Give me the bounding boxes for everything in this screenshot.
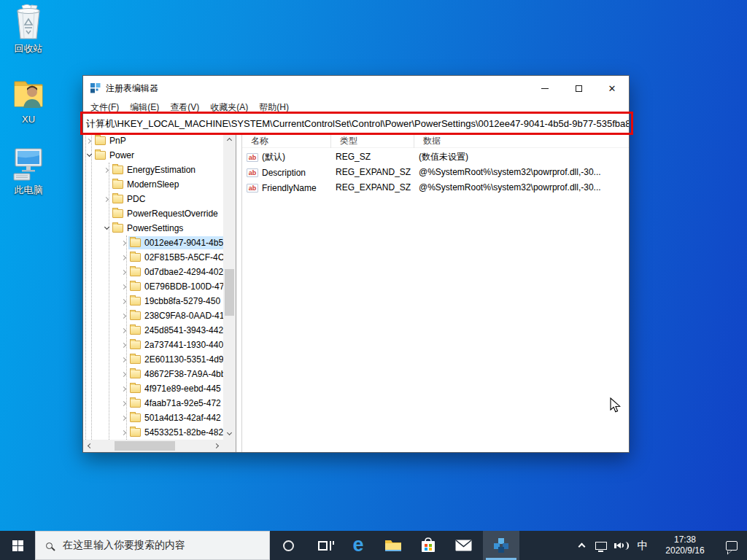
registry-editor-taskbar-button[interactable]	[483, 531, 519, 560]
registry-value-row[interactable]: abFriendlyNameREG_EXPAND_SZ@%SystemRoot%…	[242, 180, 629, 195]
chevron-right-icon[interactable]	[120, 282, 128, 291]
list-header: 名称 类型 数据	[242, 133, 629, 148]
menu-view[interactable]: 查看(V)	[170, 101, 199, 114]
chevron-right-icon[interactable]	[102, 195, 111, 203]
tree-node-PDC[interactable]: PDC	[83, 192, 223, 206]
tree-node-label: 2E601130-5351-4d9	[144, 354, 223, 365]
horizontal-scroll-thumb[interactable]	[115, 441, 175, 451]
tree-node-EnergyEstimation[interactable]: EnergyEstimation	[83, 163, 223, 177]
scrollbar-corner	[223, 440, 236, 452]
tree-node-0d7dbae2-4294-402[interactable]: 0d7dbae2-4294-402	[83, 265, 223, 279]
desktop-icon-recycle-bin[interactable]: 回收站	[4, 4, 53, 55]
cortana-button[interactable]	[271, 531, 306, 560]
start-button[interactable]	[0, 531, 35, 560]
column-header-data[interactable]: 数据	[414, 133, 626, 148]
tree-node-19cbb8fa-5279-450[interactable]: 19cbb8fa-5279-450	[83, 294, 223, 308]
mail-button[interactable]	[446, 531, 481, 560]
tree-node-ModernSleep[interactable]: ModernSleep	[83, 177, 223, 192]
chevron-down-icon[interactable]	[85, 151, 93, 160]
menu-favorites[interactable]: 收藏夹(A)	[210, 101, 248, 114]
menu-edit[interactable]: 编辑(E)	[130, 101, 159, 114]
title-bar[interactable]: 注册表编辑器 ✕	[83, 76, 629, 101]
tree-vertical-scrollbar[interactable]	[223, 133, 236, 440]
scroll-right-icon[interactable]	[214, 443, 219, 448]
chevron-right-icon[interactable]	[120, 253, 128, 262]
registry-tree-pane: PnPPowerEnergyEstimationModernSleepPDCPo…	[83, 133, 236, 452]
tree-node-PowerSettings[interactable]: PowerSettings	[83, 221, 223, 236]
chevron-right-icon[interactable]	[120, 238, 128, 247]
recycle-bin-icon	[11, 4, 46, 41]
chevron-right-icon[interactable]	[120, 326, 128, 335]
tree-node-PowerRequestOverride[interactable]: PowerRequestOverride	[83, 206, 223, 221]
tree-node-48672F38-7A9A-4bb[interactable]: 48672F38-7A9A-4bb	[83, 367, 223, 381]
maximize-button[interactable]	[562, 76, 595, 101]
tree-node-238C9FA8-0AAD-41[interactable]: 238C9FA8-0AAD-41	[83, 308, 223, 323]
edge-button[interactable]: e	[341, 531, 376, 560]
maximize-icon	[576, 85, 582, 92]
chevron-right-icon[interactable]	[120, 341, 128, 349]
clock-tray-button[interactable]: 17:38 2020/9/16	[654, 531, 716, 560]
tree-node-label: 0d7dbae2-4294-402	[144, 267, 223, 277]
registry-value-row[interactable]: ab(默认)REG_SZ(数值未设置)	[242, 149, 629, 165]
chevron-right-icon[interactable]	[120, 268, 128, 276]
task-view-button[interactable]	[309, 531, 344, 560]
file-explorer-button[interactable]	[376, 531, 411, 560]
chevron-right-icon[interactable]	[120, 399, 128, 408]
registry-value-row[interactable]: abDescriptionREG_EXPAND_SZ@%SystemRoot%\…	[242, 165, 629, 180]
chevron-right-icon[interactable]	[120, 370, 128, 378]
pane-splitter[interactable]	[236, 133, 242, 452]
action-center-button[interactable]	[716, 531, 747, 560]
tree-node-label: 4faab71a-92e5-472	[144, 398, 221, 408]
tray-time: 17:38	[665, 534, 704, 545]
tree-node-2E601130-5351-4d9[interactable]: 2E601130-5351-4d9	[83, 352, 223, 367]
tree-node-label: 0E796BDB-100D-47	[144, 281, 223, 292]
menu-help[interactable]: 帮助(H)	[259, 101, 289, 114]
menu-bar: 文件(F)编辑(E)查看(V)收藏夹(A)帮助(H)	[83, 101, 629, 114]
column-header-name[interactable]: 名称	[242, 133, 331, 148]
chevron-right-icon[interactable]	[120, 355, 128, 364]
chevron-right-icon[interactable]	[120, 384, 128, 393]
tree-node-4f971e89-eebd-445[interactable]: 4f971e89-eebd-445	[83, 381, 223, 396]
scroll-left-icon[interactable]	[88, 443, 93, 448]
vertical-scroll-thumb[interactable]	[225, 269, 234, 316]
tree-horizontal-scrollbar[interactable]	[83, 440, 223, 452]
close-button[interactable]: ✕	[595, 76, 629, 101]
chevron-down-icon[interactable]	[102, 224, 111, 233]
chevron-right-icon[interactable]	[120, 428, 128, 437]
chevron-right-icon[interactable]	[120, 311, 128, 320]
volume-tray-button[interactable]	[611, 531, 632, 560]
minimize-button[interactable]	[528, 76, 562, 101]
tree-node-label: PowerRequestOverride	[127, 209, 218, 219]
store-button[interactable]	[411, 531, 446, 560]
tree-node-02F815B5-A5CF-4C8[interactable]: 02F815B5-A5CF-4C8	[83, 250, 223, 265]
tree-node-PnP[interactable]: PnP	[83, 133, 223, 148]
tree-node-label: 2a737441-1930-440	[144, 340, 223, 350]
tree-node-Power[interactable]: Power	[83, 148, 223, 163]
network-tray-button[interactable]	[591, 531, 611, 560]
chevron-right-icon[interactable]	[85, 136, 93, 145]
tree-node-label: 238C9FA8-0AAD-41	[144, 311, 223, 321]
tree-node-2a737441-1930-440[interactable]: 2a737441-1930-440	[83, 338, 223, 352]
column-header-type[interactable]: 类型	[331, 133, 414, 148]
tray-chevron-button[interactable]	[572, 531, 591, 560]
tree-node-501a4d13-42af-442[interactable]: 501a4d13-42af-442	[83, 411, 223, 425]
desktop-icon-this-pc[interactable]: 此电脑	[4, 146, 53, 197]
registry-key-folder-icon	[130, 355, 141, 364]
desktop-icon-user-folder[interactable]: XU	[4, 76, 53, 125]
tree-node-0E796BDB-100D-47[interactable]: 0E796BDB-100D-47	[83, 279, 223, 294]
address-bar[interactable]: 计算机\HKEY_LOCAL_MACHINE\SYSTEM\CurrentCon…	[83, 114, 629, 133]
chevron-right-icon[interactable]	[120, 413, 128, 422]
chevron-right-icon[interactable]	[102, 166, 111, 174]
chevron-right-icon[interactable]	[120, 297, 128, 306]
registry-key-folder-icon	[130, 413, 141, 422]
menu-file[interactable]: 文件(F)	[90, 101, 119, 114]
ime-indicator[interactable]: 中	[632, 531, 654, 560]
scroll-up-icon[interactable]	[227, 138, 232, 143]
tree-node-4faab71a-92e5-472[interactable]: 4faab71a-92e5-472	[83, 396, 223, 411]
window-title: 注册表编辑器	[106, 82, 158, 95]
tree-node-245d8541-3943-442[interactable]: 245d8541-3943-442	[83, 323, 223, 338]
tree-node-54533251-82be-482[interactable]: 54533251-82be-482	[83, 425, 223, 440]
taskbar-search-input[interactable]: 在这里输入你要搜索的内容	[35, 531, 270, 560]
tree-node-0012ee47-9041-4b5[interactable]: 0012ee47-9041-4b5	[83, 236, 223, 250]
scroll-down-icon[interactable]	[227, 430, 232, 435]
